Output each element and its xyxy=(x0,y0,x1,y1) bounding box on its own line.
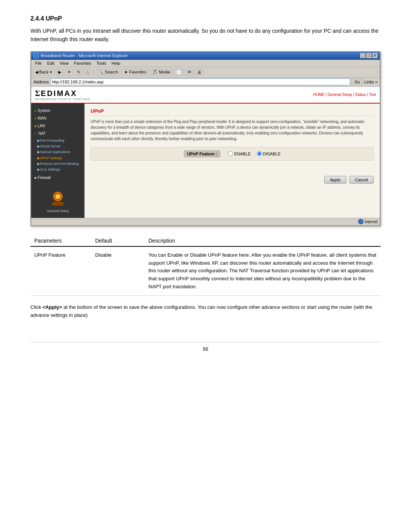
enable-label: ENABLE xyxy=(234,152,250,156)
menu-tools[interactable]: Tools xyxy=(94,61,109,66)
router-header: Σ EDIMAX NETWORKING PEOPLE TOGETHER HOME… xyxy=(31,87,380,104)
table-head: Parameters Default Description xyxy=(30,235,381,246)
internet-label: Internet xyxy=(365,220,378,224)
address-label: Address xyxy=(33,80,49,84)
enable-option[interactable]: ENABLE xyxy=(228,151,250,156)
svg-rect-1 xyxy=(52,202,64,206)
sidebar-upnp-settings[interactable]: ▶UPnP Settings xyxy=(34,155,81,161)
forward-button[interactable]: ▶ xyxy=(56,69,64,75)
browser-toolbar: ◀ Back ▾ ▶ ✕ ↻ ⌂ 🔍 Search ★ Favorites 🎵 … xyxy=(31,67,380,78)
table-header-row: Parameters Default Description xyxy=(30,235,381,246)
sidebar-port-forwarding[interactable]: ▶Port Forwarding xyxy=(34,138,81,144)
param-description: You can Enable or Disable UPnP feature h… xyxy=(145,246,381,296)
favorites-button[interactable]: ★ Favorites xyxy=(122,69,148,75)
params-table: Parameters Default Description UPnP Feat… xyxy=(30,235,381,296)
refresh-button[interactable]: ↻ xyxy=(75,69,83,75)
menu-view[interactable]: View xyxy=(57,61,71,66)
mail-button[interactable]: ✉ xyxy=(185,69,193,75)
sidebar-logo-area: General Setup xyxy=(34,189,81,214)
col-header-default: Default xyxy=(91,235,145,246)
browser-addressbar: Address http://192.168.2.1/index.asp Go … xyxy=(31,78,380,87)
go-button[interactable]: Go xyxy=(352,79,363,85)
titlebar-buttons[interactable]: _ □ ✕ xyxy=(360,53,378,58)
internet-icon xyxy=(358,219,363,224)
menu-file[interactable]: File xyxy=(33,61,44,66)
content-desc: UPnP is more than just a simple extensio… xyxy=(91,119,374,142)
menu-edit[interactable]: Edit xyxy=(45,61,57,66)
sidebar-virtual-server[interactable]: ▶Virtual Server xyxy=(34,144,81,149)
print-button[interactable]: 🖨 xyxy=(195,69,204,75)
disable-option[interactable]: DISABLE xyxy=(257,151,280,156)
minimize-button[interactable]: _ xyxy=(360,53,365,58)
param-name: UPnP Feature xyxy=(30,246,91,296)
action-buttons: Apply Cancel xyxy=(91,176,374,184)
sidebar-protocol-port[interactable]: ▶Protocol and Port Binding xyxy=(34,161,81,167)
address-input[interactable]: http://192.168.2.1/index.asp xyxy=(50,78,350,85)
menu-favorites[interactable]: Favorites xyxy=(72,61,93,66)
browser-title: Broadband Router - Microsoft Internet Ex… xyxy=(41,53,128,58)
toolbar-separator xyxy=(93,68,94,76)
browser-menubar: File Edit View Favorites Tools Help xyxy=(31,60,380,67)
menu-help[interactable]: Help xyxy=(109,61,123,66)
sidebar-alg-settings[interactable]: ▶ALG Settings xyxy=(34,167,81,173)
links-label: Links » xyxy=(364,80,378,84)
params-table-section: Parameters Default Description UPnP Feat… xyxy=(30,235,381,296)
section-heading: 2.4.4 UPnP xyxy=(30,15,381,22)
content-title: UPnP xyxy=(91,108,374,116)
feature-label: UPnP Feature : xyxy=(184,150,221,157)
dot-lan: ● xyxy=(34,124,37,128)
svg-point-2 xyxy=(56,194,60,199)
enable-radio[interactable] xyxy=(228,151,233,156)
dot-system: ● xyxy=(34,109,37,113)
router-main: ● System ● WAN ● LAN ✓ NAT ▶Port Forward… xyxy=(31,104,380,218)
search-button[interactable]: 🔍 Search xyxy=(96,69,120,75)
address-value: http://192.168.2.1/index.asp xyxy=(52,80,104,84)
stop-button[interactable]: ✕ xyxy=(65,69,73,75)
param-default: Disable xyxy=(91,246,145,296)
logo-brand: EDIMAX xyxy=(41,89,77,98)
logo-tagline: NETWORKING PEOPLE TOGETHER xyxy=(35,98,90,101)
table-row: UPnP Feature Disable You can Enable or D… xyxy=(30,246,381,296)
apply-bold: <Apply> xyxy=(43,304,62,310)
apply-button[interactable]: Apply xyxy=(324,176,346,184)
router-nav[interactable]: HOME | General Setup | Status | Tool xyxy=(313,93,376,97)
media-button[interactable]: 🎵 Media xyxy=(150,69,172,75)
col-header-desc: Description xyxy=(145,235,381,246)
general-setup-label: General Setup xyxy=(47,208,69,214)
home-button[interactable]: ⌂ xyxy=(84,69,91,75)
disable-label: DISABLE xyxy=(263,152,280,156)
sidebar-special-apps[interactable]: ▶Special Applications xyxy=(34,149,81,155)
sidebar-firewall[interactable]: ● Firewall xyxy=(34,174,81,181)
content-area: UPnP UPnP is more than just a simple ext… xyxy=(84,104,380,218)
close-button[interactable]: ✕ xyxy=(372,53,378,58)
history-button[interactable]: 📄 xyxy=(174,69,184,75)
logo-sigma: Σ xyxy=(35,89,40,98)
sidebar-lan[interactable]: ● LAN xyxy=(34,123,81,129)
browser-window: Broadband Router - Microsoft Internet Ex… xyxy=(30,51,381,226)
browser-icon xyxy=(33,53,39,58)
router-content: Σ EDIMAX NETWORKING PEOPLE TOGETHER HOME… xyxy=(31,87,380,218)
page-number: 56 xyxy=(30,342,381,352)
check-nat: ✓ xyxy=(34,131,37,136)
dot-wan: ● xyxy=(34,116,37,120)
browser-statusbar: Internet xyxy=(31,218,380,225)
sidebar-wan[interactable]: ● WAN xyxy=(34,115,81,122)
sidebar-nat[interactable]: ✓ NAT xyxy=(34,130,81,137)
back-button[interactable]: ◀ Back ▾ xyxy=(33,69,54,75)
titlebar-left: Broadband Router - Microsoft Internet Ex… xyxy=(33,53,128,58)
table-body: UPnP Feature Disable You can Enable or D… xyxy=(30,246,381,296)
intro-text: With UPnP, all PCs in you Intranet will … xyxy=(30,27,381,44)
radio-group: ENABLE DISABLE xyxy=(228,151,280,156)
disable-radio[interactable] xyxy=(257,151,262,156)
dot-firewall: ● xyxy=(34,176,37,180)
maximize-button[interactable]: □ xyxy=(366,53,371,58)
edimax-logo: Σ EDIMAX NETWORKING PEOPLE TOGETHER xyxy=(35,89,90,101)
cancel-button[interactable]: Cancel xyxy=(349,176,374,184)
col-header-param: Parameters xyxy=(30,235,91,246)
footer-note-text: at the bottom of the screen to save the … xyxy=(30,304,372,318)
general-setup-svg xyxy=(48,189,67,208)
sidebar-system[interactable]: ● System xyxy=(34,107,81,114)
footer-note: Click <Apply> at the bottom of the scree… xyxy=(30,304,381,320)
sidebar: ● System ● WAN ● LAN ✓ NAT ▶Port Forward… xyxy=(31,104,84,218)
browser-titlebar: Broadband Router - Microsoft Internet Ex… xyxy=(31,51,380,60)
